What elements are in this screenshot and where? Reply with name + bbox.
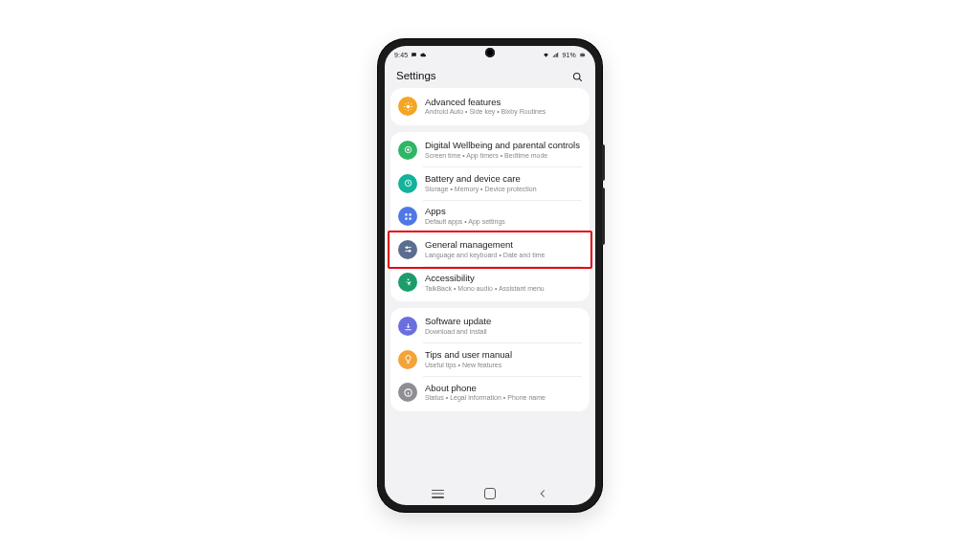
item-text: Apps Default apps • App settings xyxy=(425,206,505,227)
item-text: Tips and user manual Useful tips • New f… xyxy=(425,349,512,370)
message-icon xyxy=(411,52,417,58)
phone-frame: 9:45 91% xyxy=(378,39,602,512)
settings-item-apps[interactable]: Apps Default apps • App settings xyxy=(390,200,590,233)
svg-rect-1 xyxy=(581,54,584,55)
settings-header: Settings xyxy=(385,63,595,88)
battery-text: 91% xyxy=(562,52,576,58)
battery-care-icon xyxy=(398,174,417,193)
home-button[interactable] xyxy=(479,487,501,500)
sliders-icon xyxy=(398,240,417,259)
system-nav-bar xyxy=(385,482,595,505)
apps-icon xyxy=(398,207,417,226)
item-subtitle: Language and keyboard • Date and time xyxy=(425,252,545,260)
star-icon xyxy=(398,97,417,116)
item-text: Accessibility TalkBack • Mono audio • As… xyxy=(425,273,545,294)
item-subtitle: TalkBack • Mono audio • Assistant menu xyxy=(425,285,545,294)
item-title: Digital Wellbeing and parental controls xyxy=(425,140,580,151)
svg-point-14 xyxy=(407,278,409,280)
item-subtitle: Default apps • App settings xyxy=(425,218,505,227)
item-title: About phone xyxy=(425,383,546,394)
phone-screen: 9:45 91% xyxy=(385,46,595,505)
item-title: General management xyxy=(425,239,545,251)
item-subtitle: Screen time • App timers • Bedtime mode xyxy=(425,152,580,161)
item-subtitle: Android Auto • Side key • Bixby Routines xyxy=(425,108,546,117)
svg-rect-11 xyxy=(409,217,411,219)
front-camera xyxy=(485,48,495,57)
svg-rect-10 xyxy=(405,217,407,219)
item-title: Advanced features xyxy=(425,97,546,108)
accessibility-icon xyxy=(398,273,417,292)
item-subtitle: Storage • Memory • Device protection xyxy=(425,186,537,194)
canvas: 9:45 91% xyxy=(0,0,980,551)
info-icon xyxy=(398,383,417,402)
svg-rect-9 xyxy=(409,213,411,215)
svg-rect-2 xyxy=(585,54,586,55)
item-title: Apps xyxy=(425,206,505,217)
status-left: 9:45 xyxy=(394,52,427,58)
item-text: Digital Wellbeing and parental controls … xyxy=(425,140,580,161)
svg-rect-8 xyxy=(405,213,407,215)
item-title: Tips and user manual xyxy=(425,349,512,361)
settings-item-accessibility[interactable]: Accessibility TalkBack • Mono audio • As… xyxy=(390,266,590,299)
svg-point-12 xyxy=(406,247,408,249)
battery-icon xyxy=(579,52,586,58)
wellbeing-icon xyxy=(398,141,417,160)
settings-item-digital-wellbeing[interactable]: Digital Wellbeing and parental controls … xyxy=(390,134,590,167)
settings-item-software-update[interactable]: Software update Download and install xyxy=(390,310,590,343)
settings-group: Software update Download and install Tip… xyxy=(390,308,590,411)
svg-point-6 xyxy=(407,149,409,151)
item-title: Battery and device care xyxy=(425,173,537,185)
status-right: 91% xyxy=(543,52,586,58)
item-text: About phone Status • Legal information •… xyxy=(425,383,546,404)
svg-point-3 xyxy=(573,73,580,79)
settings-list[interactable]: Advanced features Android Auto • Side ke… xyxy=(385,88,595,482)
settings-item-about-phone[interactable]: About phone Status • Legal information •… xyxy=(390,376,590,409)
item-text: General management Language and keyboard… xyxy=(425,239,545,260)
lightbulb-icon xyxy=(398,350,417,369)
item-text: Battery and device care Storage • Memory… xyxy=(425,173,537,194)
recent-apps-button[interactable] xyxy=(426,487,449,500)
signal-icon xyxy=(552,52,559,58)
settings-item-battery-care[interactable]: Battery and device care Storage • Memory… xyxy=(390,166,590,200)
back-button[interactable] xyxy=(531,487,554,500)
item-subtitle: Status • Legal information • Phone name xyxy=(425,394,546,403)
item-title: Accessibility xyxy=(425,273,545,284)
page-title: Settings xyxy=(396,70,436,81)
settings-group: Digital Wellbeing and parental controls … xyxy=(390,132,590,301)
item-title: Software update xyxy=(425,316,491,327)
download-icon xyxy=(398,317,417,336)
item-text: Software update Download and install xyxy=(425,316,491,337)
status-time: 9:45 xyxy=(394,52,408,58)
cloud-icon xyxy=(420,52,427,58)
settings-group: Advanced features Android Auto • Side ke… xyxy=(390,88,590,125)
item-subtitle: Useful tips • New features xyxy=(425,362,512,370)
item-subtitle: Download and install xyxy=(425,328,491,337)
item-text: Advanced features Android Auto • Side ke… xyxy=(425,97,546,118)
settings-item-general-management[interactable]: General management Language and keyboard… xyxy=(390,233,590,267)
settings-item-tips[interactable]: Tips and user manual Useful tips • New f… xyxy=(390,342,590,376)
wifi-icon xyxy=(543,52,549,58)
svg-point-4 xyxy=(406,104,410,108)
svg-point-13 xyxy=(408,251,410,253)
search-button[interactable] xyxy=(571,70,584,82)
settings-item-advanced-features[interactable]: Advanced features Android Auto • Side ke… xyxy=(390,90,590,123)
